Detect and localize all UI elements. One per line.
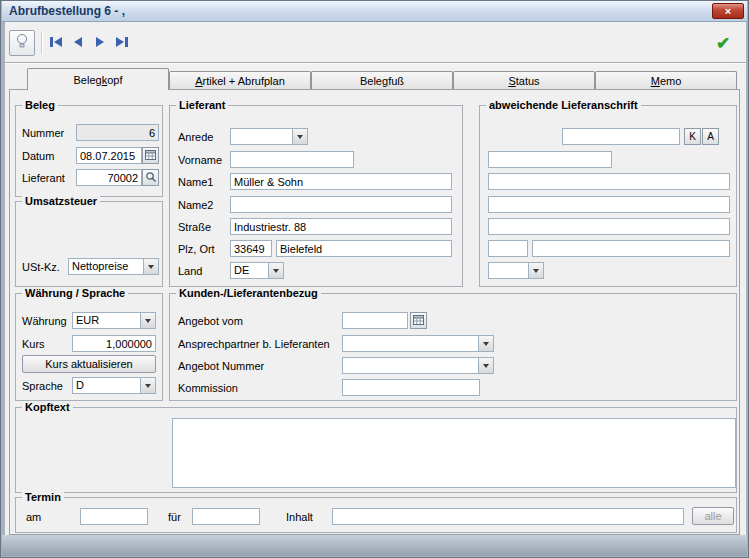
strasse-input[interactable]	[230, 218, 452, 235]
datum-input[interactable]	[76, 147, 142, 164]
anschrift-vorname-input[interactable]	[488, 151, 612, 168]
group-title: Kopftext	[22, 401, 73, 413]
lieferant-nr-input[interactable]	[76, 169, 142, 186]
group-termin: Termin am für Inhalt alle	[15, 497, 737, 533]
next-record-icon	[92, 34, 108, 52]
anschrift-plz-input[interactable]	[488, 240, 528, 257]
group-title: Beleg	[22, 99, 58, 111]
termin-am-input[interactable]	[80, 508, 148, 525]
group-title: Währung / Sprache	[22, 287, 128, 299]
previous-record-button[interactable]	[67, 34, 89, 52]
ust-kz-combo[interactable]: Nettopreise	[68, 258, 159, 275]
tab-belegfuss[interactable]: Belegfuß	[311, 71, 453, 89]
kurs-aktualisieren-label: Kurs aktualisieren	[45, 358, 132, 370]
land-combo[interactable]: DE	[230, 262, 284, 279]
angebot-vom-calendar-button[interactable]	[410, 312, 427, 329]
kopftext-textarea[interactable]	[172, 418, 736, 488]
anschrift-name2-input[interactable]	[488, 196, 730, 213]
client-area: ✔ Belegkopf Artikel + Abrufplan Belegfuß…	[5, 22, 746, 536]
angebot-nummer-value	[343, 358, 478, 373]
k-button-label: K	[689, 131, 696, 142]
chevron-down-icon[interactable]	[292, 129, 307, 144]
window-title: Abrufbestellung 6 - ,	[9, 4, 125, 18]
previous-record-icon	[70, 34, 86, 52]
group-title: abweichende Lieferanschrift	[486, 99, 641, 111]
datum-calendar-button[interactable]	[142, 147, 159, 164]
last-record-icon	[114, 34, 130, 52]
tab-status[interactable]: Status	[453, 71, 595, 89]
calendar-icon	[145, 149, 156, 162]
sprache-combo[interactable]: D	[72, 377, 156, 394]
anschrift-nummer-input[interactable]	[562, 128, 680, 145]
termin-fuer-input[interactable]	[192, 508, 260, 525]
anschrift-k-button[interactable]: K	[684, 128, 701, 145]
anschrift-name1-input[interactable]	[488, 173, 730, 190]
name2-label: Name2	[178, 199, 213, 211]
ust-kz-label: USt-Kz.	[22, 261, 60, 273]
next-record-button[interactable]	[89, 34, 111, 52]
alle-button[interactable]: alle	[692, 507, 734, 525]
lieferant-lookup-button[interactable]	[142, 169, 159, 186]
vorname-label: Vorname	[178, 154, 222, 166]
nummer-label: Nummer	[22, 127, 64, 139]
chevron-down-icon[interactable]	[140, 313, 155, 328]
kommission-input[interactable]	[342, 379, 480, 396]
termin-fuer-label: für	[168, 511, 181, 523]
chevron-down-icon[interactable]	[268, 263, 283, 278]
angebot-vom-label: Angebot vom	[178, 315, 243, 327]
name1-input[interactable]	[230, 173, 452, 190]
sprache-value: D	[73, 378, 140, 393]
group-umsatzsteuer: Umsatzsteuer USt-Kz. Nettopreise	[15, 201, 163, 287]
lieferant-nr-label: Lieferant	[22, 172, 65, 184]
angebot-vom-input[interactable]	[342, 312, 408, 329]
kurs-input[interactable]	[72, 335, 156, 352]
anrede-combo[interactable]	[230, 128, 308, 145]
angebot-nummer-combo[interactable]	[342, 357, 494, 374]
anschrift-land-combo[interactable]	[488, 262, 544, 279]
waehrung-label: Währung	[22, 315, 67, 327]
tab-label: Belegkopf	[74, 74, 123, 86]
vorname-input[interactable]	[230, 151, 354, 168]
angebot-nummer-label: Angebot Nummer	[178, 360, 264, 372]
termin-inhalt-input[interactable]	[332, 508, 684, 525]
group-lieferanschrift: abweichende Lieferanschrift K A	[479, 105, 737, 287]
check-icon: ✔	[716, 33, 730, 54]
chevron-down-icon[interactable]	[143, 259, 158, 274]
group-beleg: Beleg Nummer Datum Lieferant	[15, 105, 163, 197]
group-kopftext: Kopftext	[15, 407, 737, 493]
anrede-value	[231, 129, 292, 144]
ansprechpartner-combo[interactable]	[342, 335, 494, 352]
hint-button[interactable]	[9, 30, 35, 56]
anschrift-ort-input[interactable]	[532, 240, 730, 257]
chevron-down-icon[interactable]	[478, 358, 493, 373]
search-icon	[145, 171, 157, 185]
anschrift-a-button[interactable]: A	[702, 128, 719, 145]
waehrung-combo[interactable]: EUR	[72, 312, 156, 329]
last-record-button[interactable]	[111, 34, 133, 52]
tab-belegkopf[interactable]: Belegkopf	[27, 68, 169, 90]
anrede-label: Anrede	[178, 131, 213, 143]
plz-ort-label: Plz, Ort	[178, 243, 215, 255]
name2-input[interactable]	[230, 196, 452, 213]
tab-artikel-abrufplan[interactable]: Artikel + Abrufplan	[169, 71, 311, 89]
chevron-down-icon[interactable]	[478, 336, 493, 351]
ort-input[interactable]	[276, 240, 452, 257]
ust-kz-value: Nettopreise	[69, 259, 143, 274]
plz-input[interactable]	[230, 240, 272, 257]
alle-button-label: alle	[704, 510, 721, 522]
group-title: Termin	[22, 491, 64, 503]
chevron-down-icon[interactable]	[528, 263, 543, 278]
calendar-icon	[413, 314, 424, 327]
land-value: DE	[231, 263, 268, 278]
close-button[interactable]: ×	[712, 3, 744, 19]
kurs-aktualisieren-button[interactable]: Kurs aktualisieren	[22, 355, 156, 373]
window-bottom-frame	[2, 535, 747, 556]
app-window: Abrufbestellung 6 - , ×	[0, 0, 749, 558]
anschrift-strasse-input[interactable]	[488, 218, 730, 235]
first-record-button[interactable]	[45, 34, 67, 52]
chevron-down-icon[interactable]	[140, 378, 155, 393]
confirm-button[interactable]: ✔	[709, 30, 737, 56]
nummer-input[interactable]	[76, 124, 159, 141]
tab-memo[interactable]: Memo	[595, 71, 737, 89]
group-title: Umsatzsteuer	[22, 195, 100, 207]
